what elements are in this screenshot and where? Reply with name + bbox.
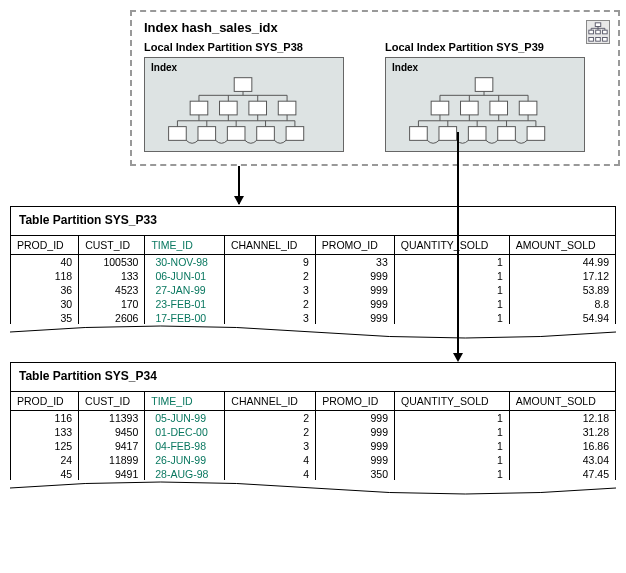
table-cell: 3 — [224, 311, 315, 325]
table-partition-p34: Table Partition SYS_P34 PROD_ID CUST_ID … — [10, 362, 616, 500]
svg-rect-44 — [468, 127, 486, 141]
table-cell: 9450 — [79, 425, 145, 439]
svg-rect-5 — [596, 38, 601, 42]
table-cell: 999 — [315, 297, 394, 311]
table-cell: 17-FEB-00 — [145, 311, 225, 325]
col-header: PROD_ID — [11, 392, 79, 411]
table-cell: 24 — [11, 453, 79, 467]
table-cell: 11393 — [79, 411, 145, 426]
database-hierarchy-icon — [586, 20, 610, 44]
col-header: QUANTITY_SOLD — [394, 236, 509, 255]
table-row: 11813306-JUN-012999117.12 — [11, 269, 615, 283]
torn-edge — [10, 324, 616, 344]
table-cell: 05-JUN-99 — [145, 411, 225, 426]
table-cell: 1 — [395, 411, 510, 426]
table-title: Table Partition SYS_P34 — [11, 363, 615, 391]
col-header: CUST_ID — [79, 236, 145, 255]
svg-rect-42 — [410, 127, 428, 141]
table-cell: 1 — [394, 269, 509, 283]
table-cell: 01-DEC-00 — [145, 425, 225, 439]
table-cell: 23-FEB-01 — [145, 297, 225, 311]
table-row: 241189926-JUN-994999143.04 — [11, 453, 615, 467]
table-cell: 33 — [315, 255, 394, 270]
table-cell: 100530 — [79, 255, 145, 270]
svg-rect-16 — [169, 127, 187, 141]
svg-rect-13 — [220, 101, 238, 115]
table-cell: 36 — [11, 283, 79, 297]
table-cell: 3 — [225, 439, 316, 453]
table-row: 45949128-AUG-984350147.45 — [11, 467, 615, 481]
svg-rect-40 — [490, 101, 508, 115]
table-cell: 31.28 — [509, 425, 615, 439]
svg-rect-14 — [249, 101, 267, 115]
col-header: AMOUNT_SOLD — [509, 392, 615, 411]
table-cell: 999 — [315, 283, 394, 297]
table-cell: 44.99 — [509, 255, 615, 270]
svg-rect-19 — [257, 127, 275, 141]
table-cell: 118 — [11, 269, 79, 283]
table-cell: 125 — [11, 439, 79, 453]
table-cell: 1 — [394, 297, 509, 311]
col-header: CHANNEL_ID — [224, 236, 315, 255]
table-row: 125941704-FEB-983999116.86 — [11, 439, 615, 453]
index-tree-box: Index — [144, 57, 344, 152]
table-cell: 28-AUG-98 — [145, 467, 225, 481]
table-cell: 1 — [395, 467, 510, 481]
table-cell: 4523 — [79, 283, 145, 297]
index-partition-p39: Local Index Partition SYS_P39 Index — [385, 41, 606, 152]
table-cell: 54.94 — [509, 311, 615, 325]
table-cell: 26-JUN-99 — [145, 453, 225, 467]
table-cell: 1 — [395, 439, 510, 453]
svg-rect-1 — [589, 30, 594, 34]
table-cell: 30-NOV-98 — [145, 255, 225, 270]
table-cell: 999 — [316, 439, 395, 453]
table-cell: 45 — [11, 467, 79, 481]
table-cell: 1 — [395, 425, 510, 439]
table-cell: 43.04 — [509, 453, 615, 467]
table-cell: 2 — [224, 297, 315, 311]
svg-rect-45 — [498, 127, 516, 141]
partition-label: Local Index Partition SYS_P39 — [385, 41, 606, 53]
svg-rect-18 — [227, 127, 245, 141]
table-cell: 47.45 — [509, 467, 615, 481]
table-cell: 4 — [225, 467, 316, 481]
table-cell: 133 — [11, 425, 79, 439]
table-cell: 17.12 — [509, 269, 615, 283]
table-cell: 999 — [316, 425, 395, 439]
index-partition-p38: Local Index Partition SYS_P38 Index — [144, 41, 365, 152]
table-cell: 3 — [224, 283, 315, 297]
table-cell: 2 — [225, 425, 316, 439]
index-title: Index hash_sales_idx — [144, 20, 606, 35]
table-cell: 1 — [395, 453, 510, 467]
table-cell: 133 — [79, 269, 145, 283]
svg-rect-20 — [286, 127, 304, 141]
table-cell: 04-FEB-98 — [145, 439, 225, 453]
table-cell: 35 — [11, 311, 79, 325]
svg-rect-12 — [190, 101, 208, 115]
table-cell: 4 — [225, 453, 316, 467]
col-header: CHANNEL_ID — [225, 392, 316, 411]
table-cell: 16.86 — [509, 439, 615, 453]
table-row: 3017023-FEB-01299918.8 — [11, 297, 615, 311]
col-header: PROMO_ID — [315, 236, 394, 255]
table-cell: 30 — [11, 297, 79, 311]
svg-rect-0 — [595, 23, 601, 27]
table-cell: 1 — [394, 311, 509, 325]
btree-icon — [392, 75, 578, 145]
table-cell: 40 — [11, 255, 79, 270]
table-cell: 8.8 — [509, 297, 615, 311]
partition-label: Local Index Partition SYS_P38 — [144, 41, 365, 53]
data-table: PROD_ID CUST_ID TIME_ID CHANNEL_ID PROMO… — [11, 235, 615, 325]
table-cell: 2 — [225, 411, 316, 426]
table-cell: 06-JUN-01 — [145, 269, 225, 283]
table-cell: 53.89 — [509, 283, 615, 297]
table-cell: 1 — [394, 255, 509, 270]
table-cell: 350 — [316, 467, 395, 481]
table-row: 35260617-FEB-003999154.94 — [11, 311, 615, 325]
table-cell: 170 — [79, 297, 145, 311]
torn-edge — [10, 480, 616, 500]
table-row: 133945001-DEC-002999131.28 — [11, 425, 615, 439]
table-cell: 999 — [316, 453, 395, 467]
table-cell: 2 — [224, 269, 315, 283]
table-cell: 9417 — [79, 439, 145, 453]
